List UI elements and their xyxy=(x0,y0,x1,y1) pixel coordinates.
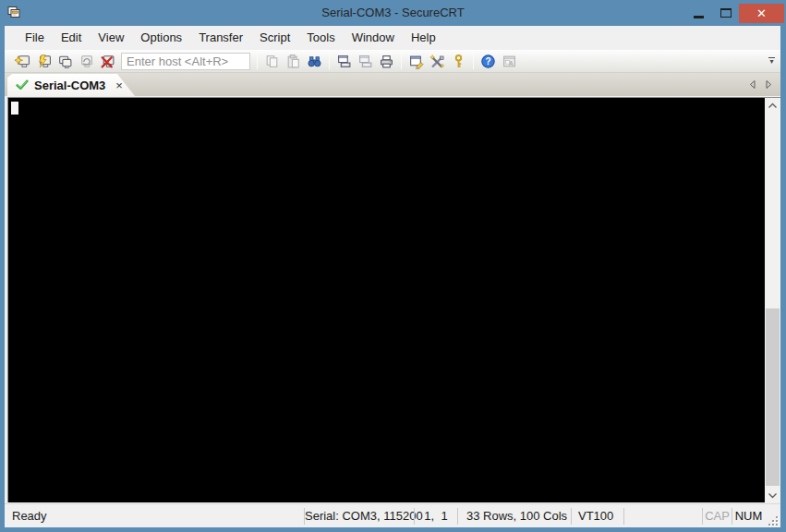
connect-in-tab-button[interactable] xyxy=(54,52,76,71)
status-emulation: VT100 xyxy=(572,505,623,527)
menu-edit[interactable]: Edit xyxy=(53,28,90,48)
window-content: File Edit View Options Transfer Script T… xyxy=(5,26,780,527)
paste-button xyxy=(283,52,304,71)
session-options-button[interactable] xyxy=(405,52,427,71)
chevron-up-icon xyxy=(768,103,778,109)
chevron-down-icon: ▾ xyxy=(769,59,773,65)
close-button[interactable]: ✕ xyxy=(739,4,784,23)
print-button[interactable] xyxy=(376,52,397,71)
window-title: Serial-COM3 - SecureCRT xyxy=(0,0,786,26)
help-icon: ? xyxy=(480,54,496,69)
quick-connect-button[interactable] xyxy=(33,52,54,71)
keyboard-map-icon: A xyxy=(502,54,517,69)
print-icon xyxy=(379,54,394,69)
print-selection-icon xyxy=(357,54,373,69)
chevron-right-icon xyxy=(765,79,773,90)
app-window: Serial-COM3 - SecureCRT ✕ File Edit View… xyxy=(0,0,786,532)
tab-scroll-right-button[interactable] xyxy=(765,79,773,90)
status-rows-cols: 33 Rows, 100 Cols xyxy=(458,505,571,527)
grip-dot xyxy=(776,524,778,526)
menu-script[interactable]: Script xyxy=(251,28,298,48)
tabbar: Serial-COM3 × xyxy=(5,73,780,96)
grip-dot xyxy=(776,520,778,522)
svg-text:?: ? xyxy=(485,56,490,66)
toolbar-separator xyxy=(473,54,474,69)
connect-in-tab-icon xyxy=(57,54,73,69)
chevron-down-icon xyxy=(768,492,778,499)
toolbar-separator xyxy=(329,54,330,69)
status-caps-lock-indicator: CAP xyxy=(703,505,732,527)
quick-connect-icon xyxy=(36,54,52,69)
menu-file[interactable]: File xyxy=(17,28,53,48)
toolbar-overflow-button[interactable]: ▾ xyxy=(766,52,778,70)
toolbar-separator xyxy=(257,54,258,69)
menu-window[interactable]: Window xyxy=(344,28,403,48)
agent-key-icon xyxy=(451,54,466,69)
agent-key-button[interactable] xyxy=(448,52,469,71)
tab-scroll-left-button[interactable] xyxy=(748,79,756,90)
find-button[interactable] xyxy=(304,52,325,71)
status-num-lock-indicator: NUM xyxy=(732,505,765,527)
scrollbar-thumb[interactable] xyxy=(766,308,780,486)
keyboard-map-button: A xyxy=(499,52,520,71)
status-serial-info: Serial: COM3, 115200 xyxy=(305,505,414,527)
tab-scroll-controls xyxy=(748,73,773,96)
global-options-icon xyxy=(429,54,445,69)
minimize-icon xyxy=(694,16,704,18)
toolbar-separator xyxy=(401,54,402,69)
paste-icon xyxy=(285,54,301,69)
print-screen-icon xyxy=(336,54,352,69)
grip-dot xyxy=(776,516,778,518)
tab-serial-com3[interactable]: Serial-COM3 × xyxy=(7,74,135,96)
maximize-icon xyxy=(720,8,732,18)
app-icon xyxy=(6,6,21,20)
find-icon xyxy=(307,54,322,69)
disconnect-icon xyxy=(100,54,115,69)
session-options-icon xyxy=(408,54,424,69)
host-input[interactable] xyxy=(121,53,250,70)
vertical-scrollbar[interactable] xyxy=(765,97,780,502)
close-icon: ✕ xyxy=(756,6,767,20)
tab-close-button[interactable]: × xyxy=(114,79,125,92)
resize-grip[interactable] xyxy=(765,513,780,527)
copy-button xyxy=(261,52,283,71)
chevron-left-icon xyxy=(748,79,756,90)
global-options-button[interactable] xyxy=(427,52,448,71)
copy-icon xyxy=(264,54,280,69)
terminal-screen[interactable] xyxy=(7,97,765,502)
status-divider xyxy=(623,508,624,525)
help-button[interactable]: ? xyxy=(478,52,499,71)
minimize-button[interactable] xyxy=(685,4,712,23)
terminal-area xyxy=(5,96,780,503)
grip-dot xyxy=(772,524,774,526)
disconnect-button[interactable] xyxy=(97,52,118,71)
reconnect-icon xyxy=(79,54,94,69)
status-cursor-position: 1, 1 xyxy=(415,505,457,527)
terminal-cursor xyxy=(11,102,18,115)
connected-check-icon xyxy=(16,79,29,91)
maximize-button[interactable] xyxy=(712,4,739,23)
grip-dot xyxy=(772,520,774,522)
toolbar: ? A ▾ xyxy=(5,50,780,73)
statusbar: Ready Serial: COM3, 115200 1, 1 33 Rows,… xyxy=(5,503,780,527)
menu-options[interactable]: Options xyxy=(132,28,190,48)
menu-view[interactable]: View xyxy=(90,28,132,48)
reconnect-button[interactable] xyxy=(76,52,97,71)
grip-dot xyxy=(768,524,770,526)
connect-icon xyxy=(15,54,30,69)
print-selection-button xyxy=(355,52,376,71)
connect-button[interactable] xyxy=(12,52,33,71)
status-ready: Ready xyxy=(5,505,304,527)
menu-tools[interactable]: Tools xyxy=(298,28,343,48)
menu-help[interactable]: Help xyxy=(403,28,444,48)
titlebar: Serial-COM3 - SecureCRT ✕ xyxy=(0,0,786,26)
menu-transfer[interactable]: Transfer xyxy=(190,28,251,48)
scroll-down-button[interactable] xyxy=(765,488,780,502)
svg-text:A: A xyxy=(509,59,514,66)
tab-label: Serial-COM3 xyxy=(34,79,105,92)
print-screen-button[interactable] xyxy=(333,52,355,71)
window-controls: ✕ xyxy=(685,4,784,23)
menubar: File Edit View Options Transfer Script T… xyxy=(5,26,780,50)
scroll-up-button[interactable] xyxy=(765,98,780,113)
